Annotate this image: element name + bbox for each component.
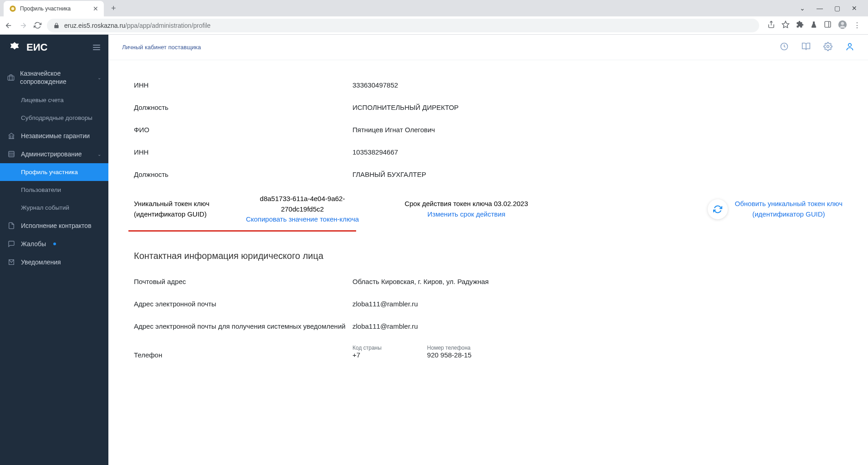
mail-icon — [7, 258, 15, 266]
change-expiry-link[interactable]: Изменить срок действия — [427, 209, 505, 220]
field-position1: Должность ИСПОЛНИТЕЛЬНЫЙ ДИРЕКТОР — [134, 96, 842, 119]
field-sysemail: Адрес электронной почты для получения си… — [134, 315, 842, 337]
field-email: Адрес электронной почты zloba111@rambler… — [134, 293, 842, 315]
user-icon[interactable] — [845, 42, 854, 53]
svg-rect-8 — [8, 76, 14, 80]
section-contact-title: Контактная информация юридического лица — [134, 251, 842, 261]
token-guid-col: d8a51733-611a-4e04-9a62-270dc19fd5c2 Ско… — [243, 194, 362, 225]
field-inn2: ИНН 103538294667 — [134, 141, 842, 163]
value-email: zloba111@rambler.ru — [352, 300, 418, 308]
label-number: Номер телефона — [427, 345, 472, 351]
sidebar-toggle[interactable] — [93, 43, 100, 52]
window-controls: ⌄ — ▢ ✕ — [798, 4, 864, 13]
bank-icon — [7, 132, 15, 140]
reload-button[interactable] — [34, 21, 41, 29]
label-position: Должность — [134, 103, 352, 111]
svg-rect-3 — [825, 21, 831, 27]
value-code: +7 — [352, 351, 382, 359]
flask-icon[interactable] — [810, 21, 817, 30]
label-sysemail: Адрес электронной почты для получения си… — [134, 322, 352, 330]
minimize-button[interactable]: — — [815, 4, 824, 13]
token-guid: d8a51733-611a-4e04-9a62-270dc19fd5c2 — [243, 194, 362, 214]
browser-tab[interactable]: Профиль участника ✕ — [4, 1, 104, 16]
window-close-button[interactable]: ✕ — [850, 4, 859, 13]
field-inn1: ИНН 333630497852 — [134, 74, 842, 96]
svg-rect-9 — [9, 151, 14, 157]
nav-complaints[interactable]: Жалобы — [0, 235, 108, 253]
value-fio: Пятницев Игнат Олегович — [352, 126, 435, 134]
nav-users[interactable]: Пользователи — [0, 181, 108, 199]
admin-icon — [7, 150, 15, 158]
toolbar-right-icons: ⋮ — [765, 20, 863, 31]
svg-point-13 — [827, 45, 829, 47]
app-container: ЕИС Казначейское сопровождение ⌄ Лицевые… — [0, 35, 868, 465]
notification-dot — [53, 243, 56, 245]
maximize-button[interactable]: ▢ — [832, 4, 842, 13]
close-icon[interactable]: ✕ — [93, 5, 98, 12]
value-number: 920 958-28-15 — [427, 351, 472, 359]
token-row: Уникальный токен ключ (идентификатор GUI… — [134, 186, 842, 232]
label-phone: Телефон — [134, 345, 352, 359]
url-host: eruz.eis5.roskazna.ru/ppa/app/administra… — [64, 22, 210, 29]
tab-strip: Профиль участника ✕ + ⌄ — ▢ ✕ — [0, 0, 868, 16]
field-post: Почтовый адрес Область Кировская, г. Кир… — [134, 270, 842, 293]
refresh-button[interactable] — [708, 199, 728, 219]
refresh-icon — [713, 205, 722, 214]
nav-guarantees[interactable]: Независимые гарантии — [0, 127, 108, 145]
document-icon — [7, 222, 15, 229]
nav-list: Казначейское сопровождение ⌄ Лицевые сче… — [0, 60, 108, 271]
lock-icon — [53, 22, 60, 29]
browser-chrome: Профиль участника ✕ + ⌄ — ▢ ✕ eruz.eis5.… — [0, 0, 868, 35]
tab-title: Профиль участника — [20, 5, 89, 12]
value-inn2: 103538294667 — [352, 148, 398, 156]
profile-icon[interactable] — [838, 20, 847, 31]
topbar: Личный кабинет поставщика — [108, 35, 868, 60]
field-fio: ФИО Пятницев Игнат Олегович — [134, 119, 842, 141]
address-bar[interactable]: eruz.eis5.roskazna.ru/ppa/app/administra… — [47, 19, 759, 32]
nav-accounts[interactable]: Лицевые счета — [0, 91, 108, 109]
field-position2: Должность ГЛАВНЫЙ БУХГАЛТЕР — [134, 163, 842, 186]
content: ИНН 333630497852 Должность ИСПОЛНИТЕЛЬНЫ… — [108, 60, 868, 465]
label-inn2: ИНН — [134, 148, 352, 156]
panel-icon[interactable] — [824, 21, 832, 30]
phone-code-col: Код страны +7 — [352, 345, 382, 359]
label-fio: ФИО — [134, 126, 352, 134]
svg-point-7 — [13, 45, 16, 47]
value-inn: 333630497852 — [352, 81, 398, 89]
back-button[interactable] — [5, 21, 13, 30]
menu-icon[interactable]: ⋮ — [853, 21, 861, 30]
nav-subcontracts[interactable]: Субподрядные договоры — [0, 109, 108, 127]
nav-notifications[interactable]: Уведомления — [0, 253, 108, 271]
label-code: Код страны — [352, 345, 382, 351]
favicon-icon — [9, 5, 16, 12]
label-position2: Должность — [134, 170, 352, 178]
logo-text: ЕИС — [26, 41, 47, 53]
sidebar: ЕИС Казначейское сопровождение ⌄ Лицевые… — [0, 35, 108, 465]
chat-icon — [7, 240, 15, 248]
chevron-down-icon: ⌄ — [97, 152, 101, 157]
topbar-title: Личный кабинет поставщика — [122, 44, 201, 51]
value-post: Область Кировская, г. Киров, ул. Радужна… — [352, 278, 489, 285]
refresh-token-link[interactable]: Обновить уникальный токен ключ (идентифи… — [735, 199, 842, 219]
new-tab-button[interactable]: + — [107, 2, 120, 15]
phone-number-col: Номер телефона 920 958-28-15 — [427, 345, 472, 359]
copy-token-link[interactable]: Скопировать значение токен-ключа — [246, 214, 359, 225]
nav-label: Казначейское сопровождение — [20, 69, 92, 86]
nav-admin[interactable]: Администрирование ⌄ — [0, 145, 108, 163]
emblem-icon — [8, 41, 21, 54]
nav-contracts[interactable]: Исполнение контрактов — [0, 217, 108, 235]
token-label: Уникальный токен ключ (идентификатор GUI… — [134, 199, 243, 219]
nav-treasury[interactable]: Казначейское сопровождение ⌄ — [0, 64, 108, 91]
nav-log[interactable]: Журнал событий — [0, 199, 108, 217]
book-icon[interactable] — [802, 42, 811, 53]
field-phone: Телефон Код страны +7 Номер телефона 920… — [134, 337, 842, 366]
gear-icon[interactable] — [823, 42, 832, 53]
extensions-icon[interactable] — [796, 21, 804, 30]
token-refresh-col: Обновить уникальный токен ключ (идентифи… — [708, 199, 842, 219]
star-icon[interactable] — [781, 21, 790, 31]
share-icon[interactable] — [767, 21, 775, 30]
chevron-down-icon[interactable]: ⌄ — [798, 4, 807, 13]
history-icon[interactable] — [780, 42, 789, 53]
forward-button[interactable] — [19, 21, 27, 30]
nav-profile[interactable]: Профиль участника — [0, 163, 108, 181]
